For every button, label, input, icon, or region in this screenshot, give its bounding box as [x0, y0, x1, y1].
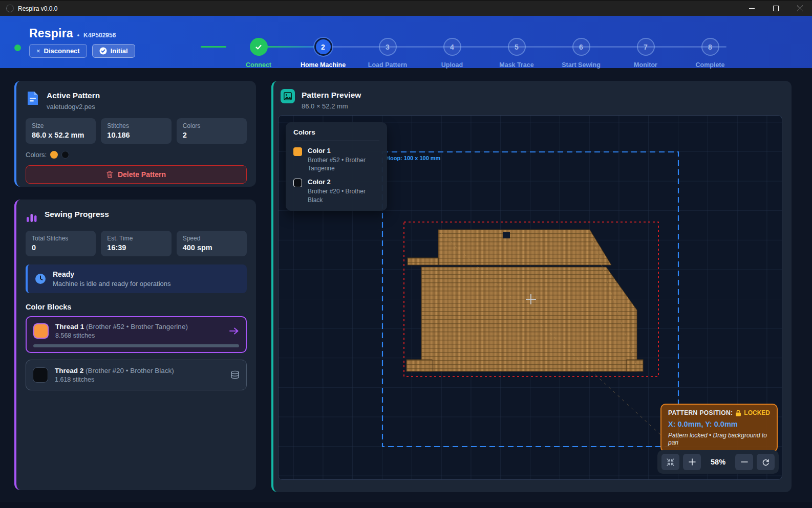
locked-badge: LOCKED	[735, 409, 770, 416]
zoom-controls: 58%	[657, 450, 779, 474]
color2-name: Color 2	[308, 178, 379, 186]
disconnect-label: Disconnect	[44, 47, 80, 55]
connection-status-dot	[14, 45, 21, 51]
step-label: Upload	[441, 61, 463, 69]
disconnect-button[interactable]: × Disconnect	[29, 44, 87, 58]
maximize-button[interactable]	[764, 1, 788, 16]
thread-block-2[interactable]: Thread 2 (Brother #20 • Brother Black) 1…	[26, 360, 247, 390]
position-label: PATTERN POSITION:	[668, 409, 733, 416]
pattern-position-overlay: PATTERN POSITION: LOCKED X: 0.0mm, Y: 0.…	[660, 404, 778, 452]
step-check-icon	[250, 38, 268, 56]
color1-name: Color 1	[308, 147, 379, 154]
trash-icon	[106, 171, 113, 178]
sewing-progress-card: Sewing Progress Total Stitches 0 Est. Ti…	[14, 200, 256, 490]
stat-speed: Speed 400 spm	[177, 231, 247, 256]
color1-detail: Brother #52 • Brother Tangerine	[308, 156, 379, 172]
status-title: Ready	[53, 270, 171, 278]
pattern-preview-card: Pattern Preview 86.0 × 52.2 mm Hoop: 100…	[271, 81, 792, 492]
machine-status-box: Ready Machine is idle and ready for oper…	[26, 264, 247, 293]
stat-colors: Colors 2	[177, 118, 247, 144]
layers-icon	[230, 370, 240, 380]
arrow-right-icon	[229, 327, 239, 335]
step-number: 6	[572, 38, 590, 56]
step-label: Start Sewing	[562, 61, 601, 69]
workflow-stepper: Connect 2 Home Machine 3 Load Pattern 4 …	[226, 23, 742, 69]
status-description: Machine is idle and ready for operations	[53, 280, 171, 288]
color-swatch-1	[50, 151, 58, 159]
color-swatch-2	[61, 151, 69, 159]
brand-title: Respira	[29, 27, 73, 40]
thread1-stitch-count: 8.568 stitches	[55, 332, 188, 339]
step-label: Complete	[696, 61, 725, 69]
stat-est-time: Est. Time 16:39	[101, 231, 171, 256]
step-number: 2	[314, 38, 332, 56]
thread2-detail: (Brother #20 • Brother Black)	[86, 367, 174, 374]
delete-pattern-label: Delete Pattern	[118, 170, 166, 179]
minimize-button[interactable]	[740, 1, 764, 16]
bar-chart-icon	[26, 208, 38, 223]
step-label: Monitor	[634, 61, 657, 69]
machine-serial: K4P502956	[83, 32, 116, 39]
step-number: 8	[701, 38, 719, 56]
colors-panel-title: Colors	[293, 128, 379, 141]
preview-canvas[interactable]: Hoop: 100 x 100 mm Colors	[278, 115, 782, 480]
titlebar: Respira v0.0.0	[0, 0, 812, 16]
initial-button[interactable]: Initial	[92, 44, 135, 58]
pattern-filename: valetudogv2.pes	[47, 103, 100, 111]
window-controls	[740, 1, 812, 16]
hoop-label: Hoop: 100 x 100 mm	[386, 155, 441, 161]
thread1-name: Thread 1	[55, 323, 84, 330]
zoom-out-button[interactable]	[735, 454, 753, 470]
zoom-in-button[interactable]	[683, 454, 701, 470]
close-button[interactable]	[788, 1, 812, 16]
preview-dimensions: 86.0 × 52.2 mm	[302, 102, 361, 110]
step-number: 4	[443, 38, 461, 56]
thread2-swatch	[33, 367, 48, 383]
step-label: Mask Trace	[499, 61, 533, 69]
window-title: Respira v0.0.0	[18, 5, 57, 12]
image-icon	[281, 89, 295, 103]
stat-total-stitches: Total Stitches 0	[26, 231, 96, 256]
sewing-progress-title: Sewing Progress	[45, 208, 109, 219]
delete-pattern-button[interactable]: Delete Pattern	[26, 165, 247, 184]
color2-detail: Brother #20 • Brother Black	[308, 187, 379, 204]
stat-stitches: Stitches 10.186	[101, 118, 171, 144]
active-pattern-title: Active Pattern	[47, 90, 100, 100]
step-number: 3	[379, 38, 397, 56]
app-icon	[6, 5, 14, 12]
preview-title: Pattern Preview	[302, 89, 361, 100]
thread1-progress-bar	[33, 344, 239, 347]
x-icon: ×	[36, 47, 40, 55]
color1-chip	[293, 147, 302, 156]
color2-chip	[293, 179, 302, 187]
active-pattern-card: Active Pattern valetudogv2.pes Size 86.0…	[14, 81, 256, 187]
color-entry-1: Color 1 Brother #52 • Brother Tangerine	[293, 147, 379, 172]
step-label: Home Machine	[301, 61, 346, 69]
reset-view-button[interactable]	[757, 454, 775, 470]
step-number: 5	[508, 38, 526, 56]
zoom-level: 58%	[704, 458, 732, 466]
color-entry-2: Color 2 Brother #20 • Brother Black	[293, 178, 379, 204]
thread2-name: Thread 2	[55, 367, 83, 374]
color-blocks-heading: Color Blocks	[26, 303, 247, 311]
step-label: Connect	[246, 61, 271, 69]
position-hint: Pattern locked • Drag background to pan	[668, 432, 770, 446]
thread1-swatch	[33, 323, 49, 339]
bottom-strip	[0, 501, 812, 508]
step-complete[interactable]: 8 Complete	[678, 23, 742, 69]
colors-overlay-panel: Colors Color 1 Brother #52 • Brother Tan…	[286, 122, 387, 211]
thread-block-1[interactable]: Thread 1 (Brother #52 • Brother Tangerin…	[26, 316, 247, 353]
lock-icon	[735, 410, 741, 416]
step-label: Load Pattern	[368, 61, 407, 69]
thread2-stitch-count: 1.618 stitches	[55, 376, 174, 383]
document-icon	[26, 90, 40, 106]
thread1-detail: (Brother #52 • Brother Tangerine)	[86, 323, 188, 330]
fit-screen-button[interactable]	[661, 454, 679, 470]
clock-icon	[35, 273, 46, 284]
step-number: 7	[637, 38, 655, 56]
app-header: Respira • K4P502956 × Disconnect Initial	[0, 16, 812, 68]
check-circle-icon	[99, 47, 107, 55]
pattern-colors-row: Colors:	[26, 151, 247, 159]
stat-size: Size 86.0 x 52.2 mm	[26, 118, 96, 144]
position-coordinates: X: 0.0mm, Y: 0.0mm	[668, 420, 770, 428]
